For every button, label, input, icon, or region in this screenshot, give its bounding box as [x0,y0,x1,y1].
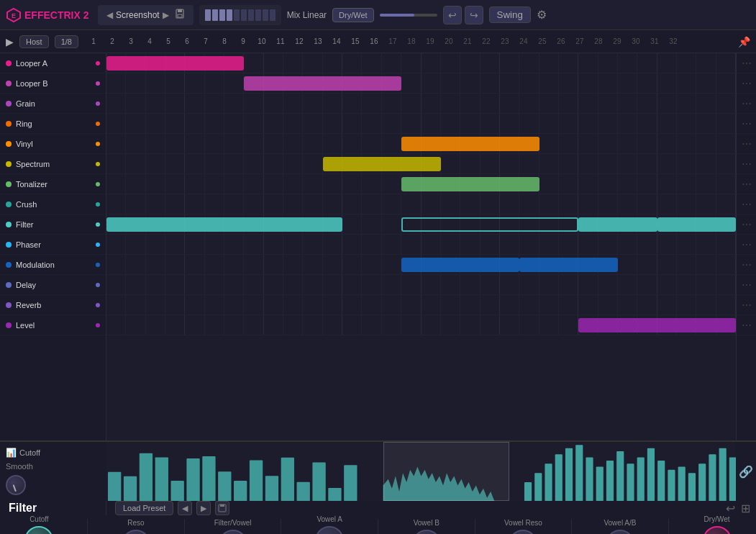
grid-cell[interactable] [401,275,421,294]
grid-cell[interactable] [677,235,696,254]
grid-cell[interactable] [637,154,657,173]
grid-cell[interactable] [205,114,224,133]
grid-cell[interactable] [362,53,381,73]
grid-cell[interactable] [126,275,145,294]
track-label-looper-b[interactable]: Looper B [0,73,106,94]
grid-cell[interactable] [303,134,322,153]
track-block[interactable] [401,258,519,272]
grid-row-modulation[interactable] [106,255,736,275]
grid-cell[interactable] [716,255,736,274]
track-label-vinyl[interactable]: Vinyl [0,134,106,154]
grid-cell[interactable] [500,194,519,214]
grid-cell[interactable] [323,114,342,133]
grid-cell[interactable] [677,73,696,93]
grid-cell[interactable] [283,315,303,335]
grid-cell[interactable] [657,134,677,153]
grid-cell[interactable] [677,194,696,214]
grid-row-tonalizer[interactable] [106,174,736,194]
grid-cell[interactable] [382,94,401,113]
grid-row-looper-b[interactable] [106,73,736,94]
grid-cell[interactable] [205,134,224,153]
grid-cell[interactable] [283,174,303,194]
grid-cell[interactable] [598,174,618,194]
grid-cell[interactable] [185,94,204,113]
swing-btn[interactable]: Swing [489,6,531,23]
grid-cell[interactable] [126,235,145,254]
grid-cell[interactable] [677,94,696,113]
grid-cell[interactable] [106,255,126,274]
grid-cell[interactable] [696,174,716,194]
grid-cell[interactable] [185,154,204,173]
grid-cell[interactable] [126,114,145,133]
grid-cell[interactable] [126,255,145,274]
grid-cell[interactable] [323,255,342,274]
grid-cell[interactable] [618,194,637,214]
grid-cell[interactable] [559,94,578,113]
grid-cell[interactable] [185,275,204,294]
grid-cell[interactable] [146,154,165,173]
grid-cell[interactable] [677,114,696,133]
grid-cell[interactable] [342,174,362,194]
grid-cell[interactable] [539,53,559,73]
grid-cell[interactable] [106,73,126,93]
grid-cell[interactable] [401,94,421,113]
grid-cell[interactable] [126,73,145,93]
grid-cell[interactable] [481,94,500,113]
grid-cell[interactable] [422,235,441,254]
grid-cell[interactable] [401,114,421,133]
track-label-delay[interactable]: Delay [0,275,106,295]
grid-cell[interactable] [500,154,519,173]
grid-cell[interactable] [519,295,539,314]
track-label-filter[interactable]: Filter [0,214,106,235]
grid-cell[interactable] [578,295,598,314]
grid-cell[interactable] [559,114,578,133]
grid-cell[interactable] [342,315,362,335]
grid-cell[interactable] [185,174,204,194]
track-block[interactable] [578,318,736,332]
grid-cell[interactable] [598,295,618,314]
grid-cell[interactable] [303,235,322,254]
grid-cell[interactable] [205,73,224,93]
grid-cell[interactable] [618,73,637,93]
track-options-btn-modulation[interactable]: ⋯ [737,255,756,275]
grid-cell[interactable] [146,315,165,335]
grid-cell[interactable] [205,194,224,214]
grid-cell[interactable] [598,134,618,153]
knob-dry_wet[interactable] [703,526,732,534]
grid-cell[interactable] [657,154,677,173]
grid-cell[interactable] [481,73,500,93]
grid-cell[interactable] [362,255,381,274]
grid-cell[interactable] [716,73,736,93]
grid-cell[interactable] [106,154,126,173]
grid-cell[interactable] [244,315,263,335]
grid-cell[interactable] [126,315,145,335]
grid-cell[interactable] [224,134,244,153]
grid-cell[interactable] [106,235,126,254]
track-label-crush[interactable]: Crush [0,194,106,214]
grid-cell[interactable] [716,194,736,214]
grid-cell[interactable] [205,315,224,335]
grid-cell[interactable] [126,134,145,153]
grid-cell[interactable] [696,154,716,173]
grid-cell[interactable] [481,275,500,294]
grid-cell[interactable] [460,194,480,214]
grid-cell[interactable] [716,53,736,73]
next-filter-preset-btn[interactable]: ▶ [196,501,211,515]
track-label-reverb[interactable]: Reverb [0,295,106,315]
grid-cell[interactable] [303,53,322,73]
grid-cell[interactable] [264,114,283,133]
grid-cell[interactable] [382,194,401,214]
track-block[interactable] [106,56,244,71]
grid-cell[interactable] [657,295,677,314]
grid-cell[interactable] [519,73,539,93]
grid-cell[interactable] [146,255,165,274]
grid-cell[interactable] [559,134,578,153]
grid-cell[interactable] [224,235,244,254]
knob-vowel_reso[interactable] [509,530,537,534]
grid-cell[interactable] [146,73,165,93]
grid-cell[interactable] [637,295,657,314]
grid-cell[interactable] [539,275,559,294]
grid-row-looper-a[interactable] [106,53,736,73]
mix-slider[interactable] [380,14,437,17]
grid-cell[interactable] [481,114,500,133]
